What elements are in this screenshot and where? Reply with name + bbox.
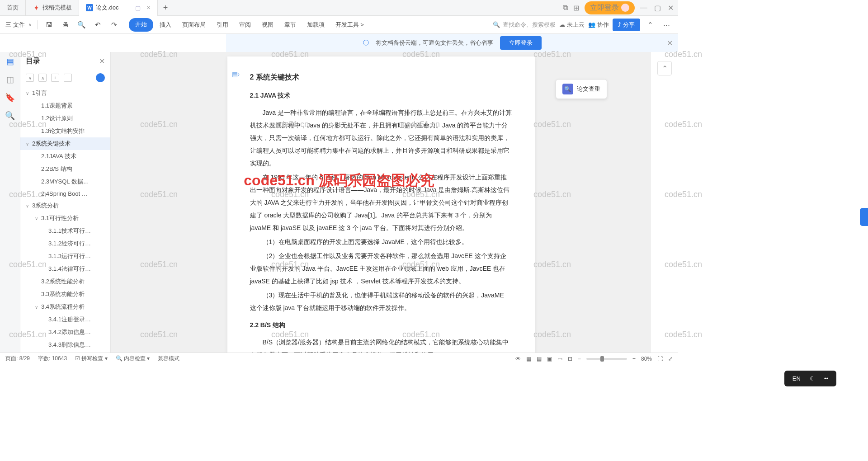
- clip-icon[interactable]: ◫: [6, 75, 14, 85]
- zoom-in-icon[interactable]: +: [632, 356, 636, 362]
- view1-icon[interactable]: ▦: [526, 356, 531, 362]
- outline-item[interactable]: 3.3系统功能分析: [20, 288, 110, 301]
- ribbon-ref[interactable]: 引用: [212, 18, 233, 32]
- close-icon[interactable]: ×: [147, 4, 151, 11]
- eye-icon[interactable]: 👁: [515, 356, 521, 362]
- outline-item[interactable]: 3.4.3删除信息…: [20, 339, 110, 351]
- badge-icon[interactable]: [96, 73, 105, 82]
- view2-icon[interactable]: ▤: [537, 356, 542, 362]
- save-icon[interactable]: 🖫: [43, 19, 56, 31]
- sidebar: ▤ ◫ 🔖 🔍: [0, 52, 20, 353]
- search-side-icon[interactable]: 🔍: [5, 111, 15, 121]
- outline-item[interactable]: ∨3.4系统流程分析: [20, 301, 110, 313]
- ribbon-review[interactable]: 审阅: [235, 18, 255, 32]
- outline-item[interactable]: 3.4.1注册登录…: [20, 313, 110, 326]
- outline-item[interactable]: 3.4.2添加信息…: [20, 326, 110, 339]
- zoom-slider[interactable]: [586, 358, 627, 360]
- heading-2-1: 2.1 JAVA 技术: [250, 89, 512, 102]
- redo-icon[interactable]: ↷: [108, 19, 121, 31]
- outline-item[interactable]: ∨3.1可行性分析: [20, 212, 110, 225]
- tab-template[interactable]: ✦找稻壳模板: [26, 0, 79, 16]
- fullscreen-icon[interactable]: ⤢: [668, 356, 673, 362]
- coop-button[interactable]: 👥协作: [588, 21, 609, 29]
- minus-icon[interactable]: −: [64, 74, 72, 82]
- ribbon-start[interactable]: 开始: [129, 18, 153, 32]
- outline-item[interactable]: 1.2设计原则: [20, 112, 110, 125]
- outline-item[interactable]: ∨3系统分析: [20, 199, 110, 212]
- content-check[interactable]: 🔍 内容检查 ▾: [116, 355, 150, 362]
- outline-item[interactable]: 3.2系统性能分析: [20, 275, 110, 288]
- outline-icon[interactable]: ▤: [6, 56, 14, 66]
- outline-close-icon[interactable]: ✕: [99, 57, 105, 66]
- window-icon[interactable]: ▢: [135, 5, 141, 11]
- paragraph: B/S（浏览器/服务器）结构是目前主流的网络化的结构模式，它能够把系统核心功能集…: [250, 336, 512, 353]
- preview-icon[interactable]: 🔍: [75, 19, 88, 31]
- outline-item[interactable]: 3.1.4法律可行…: [20, 263, 110, 275]
- outline-title: 目录: [26, 56, 40, 66]
- layout-icon[interactable]: ⧉: [563, 4, 568, 12]
- more-icon[interactable]: ⋯: [660, 19, 673, 31]
- minimize-icon[interactable]: —: [640, 4, 647, 12]
- undo-icon[interactable]: ↶: [92, 19, 104, 31]
- outline-item[interactable]: ∨4系统设计: [20, 351, 110, 353]
- tab-bar: 首页 ✦找稻壳模板 W论文.doc▢× + ⧉ ⊞ 立即登录 — ▢ ✕: [0, 0, 678, 16]
- banner-login-button[interactable]: 立即登录: [500, 36, 542, 50]
- view3-icon[interactable]: ▣: [547, 356, 552, 362]
- para-icon[interactable]: ▤›: [232, 68, 240, 80]
- ribbon-layout[interactable]: 页面布局: [178, 18, 210, 32]
- bookmark-icon[interactable]: 🔖: [5, 93, 15, 103]
- login-button[interactable]: 立即登录: [585, 1, 635, 14]
- ribbon-dev[interactable]: 开发工具 >: [331, 18, 368, 32]
- outline-item[interactable]: 2.2B/S 结构: [20, 163, 110, 175]
- collapse-icon[interactable]: ∨: [26, 74, 34, 82]
- outline-item[interactable]: 2.1JAVA 技术: [20, 150, 110, 163]
- outline-item[interactable]: 2.3MYSQL 数据…: [20, 175, 110, 188]
- view4-icon[interactable]: ▭: [557, 356, 562, 362]
- outline-item[interactable]: 3.1.3运行可行…: [20, 250, 110, 263]
- ribbon-view[interactable]: 视图: [257, 18, 278, 32]
- banner-close-icon[interactable]: ✕: [667, 39, 673, 47]
- plagiarism-check-button[interactable]: 🔍 论文查重: [556, 79, 607, 99]
- print-icon[interactable]: 🖶: [59, 19, 72, 31]
- outline-item[interactable]: ∨2系统关键技术: [20, 137, 110, 150]
- ribbon-addon[interactable]: 加载项: [302, 18, 329, 32]
- outline-item[interactable]: ∨1引言: [20, 87, 110, 99]
- share-button[interactable]: ⤴分享: [613, 19, 640, 31]
- close-window-icon[interactable]: ✕: [668, 4, 674, 12]
- share-icon: ⤴: [618, 21, 621, 28]
- outline-item[interactable]: 3.1.1技术可行…: [20, 225, 110, 237]
- maximize-icon[interactable]: ▢: [654, 4, 661, 12]
- avatar-icon: [621, 4, 629, 12]
- document-area[interactable]: ▤› 2 系统关键技术 2.1 JAVA 技术 Java 是一种非常常用的编程语…: [111, 52, 651, 353]
- chevron-up-icon[interactable]: ⌃: [644, 19, 656, 31]
- fit-icon[interactable]: ⛶: [657, 356, 663, 362]
- file-menu[interactable]: 三 文件: [5, 19, 25, 31]
- right-panel: ⌃: [651, 52, 678, 353]
- search-input[interactable]: 🔍查找命令、搜索模板: [493, 21, 556, 29]
- zoom-level[interactable]: 80%: [641, 356, 652, 362]
- view5-icon[interactable]: ⊡: [568, 356, 572, 362]
- status-bar: 页面: 8/29 字数: 10643 ☑ 拼写检查 ▾ 🔍 内容检查 ▾ 兼容模…: [0, 353, 678, 362]
- word-count[interactable]: 字数: 10643: [38, 355, 67, 362]
- outline-item[interactable]: 1.3论文结构安排: [20, 125, 110, 137]
- cloud-button[interactable]: ☁未上云: [559, 21, 585, 29]
- expand-icon[interactable]: ∧: [38, 74, 47, 82]
- page-status[interactable]: 页面: 8/29: [5, 355, 30, 362]
- ribbon-chapter[interactable]: 章节: [280, 18, 301, 32]
- tab-home[interactable]: 首页: [0, 0, 26, 16]
- ribbon-tabs: 开始 插入 页面布局 引用 审阅 视图 章节 加载项 开发工具 >: [129, 18, 368, 32]
- zoom-out-icon[interactable]: −: [578, 356, 581, 362]
- outline-item[interactable]: 2.4Spring Boot …: [20, 188, 110, 199]
- ribbon-insert[interactable]: 插入: [155, 18, 176, 32]
- tab-doc[interactable]: W论文.doc▢×: [79, 0, 158, 16]
- apps-icon[interactable]: ⊞: [573, 4, 579, 12]
- search-icon: 🔍: [493, 21, 500, 28]
- outline-list[interactable]: ∨1引言1.1课题背景1.2设计原则1.3论文结构安排∨2系统关键技术2.1JA…: [20, 85, 110, 353]
- plus-icon[interactable]: +: [51, 74, 59, 82]
- add-tab-button[interactable]: +: [158, 3, 174, 13]
- outline-item[interactable]: 3.1.2经济可行…: [20, 237, 110, 250]
- spell-check[interactable]: ☑ 拼写检查 ▾: [75, 355, 108, 362]
- cloud-icon: ☁: [559, 21, 565, 28]
- outline-item[interactable]: 1.1课题背景: [20, 99, 110, 112]
- collapse-right-icon[interactable]: ⌃: [657, 61, 672, 75]
